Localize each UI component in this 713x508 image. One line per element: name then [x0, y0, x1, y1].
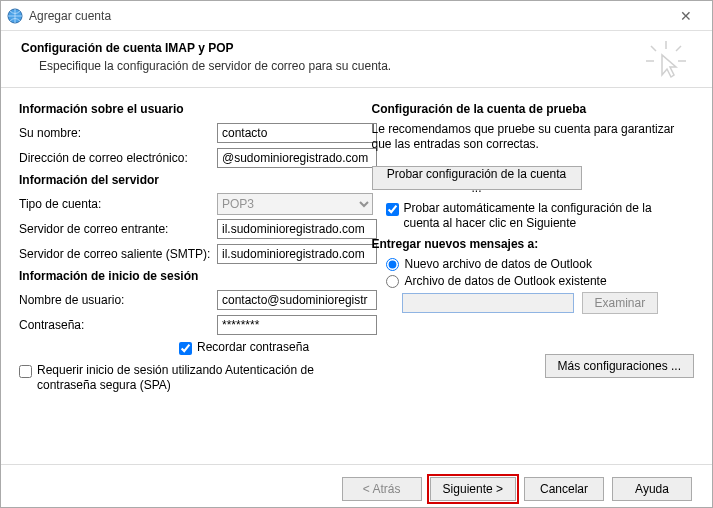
- login-info-title: Información de inicio de sesión: [19, 269, 342, 283]
- radio-new-file[interactable]: [386, 258, 399, 271]
- outgoing-server-label: Servidor de correo saliente (SMTP):: [19, 247, 217, 261]
- deliver-title: Entregar nuevos mensajes a:: [372, 237, 695, 251]
- username-label: Nombre de usuario:: [19, 293, 217, 307]
- spa-checkbox[interactable]: [19, 365, 32, 378]
- back-button[interactable]: < Atrás: [342, 477, 422, 501]
- test-account-button[interactable]: Probar configuración de la cuenta ...: [372, 166, 582, 190]
- user-info-title: Información sobre el usuario: [19, 102, 342, 116]
- test-config-desc: Le recomendamos que pruebe su cuenta par…: [372, 122, 695, 152]
- svg-line-4: [651, 46, 656, 51]
- left-column: Información sobre el usuario Su nombre: …: [19, 98, 342, 454]
- test-config-title: Configuración de la cuenta de prueba: [372, 102, 695, 116]
- help-button[interactable]: Ayuda: [612, 477, 692, 501]
- browse-button: Examinar: [582, 292, 659, 314]
- username-input[interactable]: [217, 290, 377, 310]
- content-area: Información sobre el usuario Su nombre: …: [1, 88, 712, 464]
- auto-test-checkbox[interactable]: [386, 203, 399, 216]
- cancel-button[interactable]: Cancelar: [524, 477, 604, 501]
- radio-new-file-label: Nuevo archivo de datos de Outlook: [405, 257, 592, 271]
- header-subtitle: Especifique la configuración de servidor…: [21, 59, 692, 73]
- account-type-label: Tipo de cuenta:: [19, 197, 217, 211]
- email-input[interactable]: [217, 148, 377, 168]
- cursor-decoration-icon: [646, 41, 686, 81]
- existing-file-path-input: [402, 293, 574, 313]
- spa-label: Requerir inicio de sesión utilizando Aut…: [37, 363, 337, 393]
- title-bar: Agregar cuenta ✕: [1, 1, 712, 31]
- svg-line-5: [676, 46, 681, 51]
- remember-password-checkbox[interactable]: [179, 342, 192, 355]
- close-icon[interactable]: ✕: [666, 4, 706, 28]
- incoming-server-input[interactable]: [217, 219, 377, 239]
- wizard-header: Configuración de cuenta IMAP y POP Espec…: [1, 31, 712, 88]
- remember-password-label: Recordar contraseña: [197, 340, 309, 355]
- account-type-select: POP3: [217, 193, 373, 215]
- right-column: Configuración de la cuenta de prueba Le …: [372, 98, 695, 454]
- server-info-title: Información del servidor: [19, 173, 342, 187]
- email-label: Dirección de correo electrónico:: [19, 151, 217, 165]
- auto-test-label: Probar automáticamente la configuración …: [404, 201, 674, 231]
- your-name-input[interactable]: [217, 123, 377, 143]
- radio-existing-file[interactable]: [386, 275, 399, 288]
- incoming-server-label: Servidor de correo entrante:: [19, 222, 217, 236]
- password-input[interactable]: [217, 315, 377, 335]
- radio-existing-file-label: Archivo de datos de Outlook existente: [405, 274, 607, 288]
- header-title: Configuración de cuenta IMAP y POP: [21, 41, 692, 55]
- wizard-footer: < Atrás Siguiente > Cancelar Ayuda: [1, 464, 712, 508]
- globe-icon: [7, 8, 23, 24]
- next-button[interactable]: Siguiente >: [430, 477, 516, 501]
- window-title: Agregar cuenta: [29, 9, 666, 23]
- your-name-label: Su nombre:: [19, 126, 217, 140]
- password-label: Contraseña:: [19, 318, 217, 332]
- outgoing-server-input[interactable]: [217, 244, 377, 264]
- more-settings-button[interactable]: Más configuraciones ...: [545, 354, 694, 378]
